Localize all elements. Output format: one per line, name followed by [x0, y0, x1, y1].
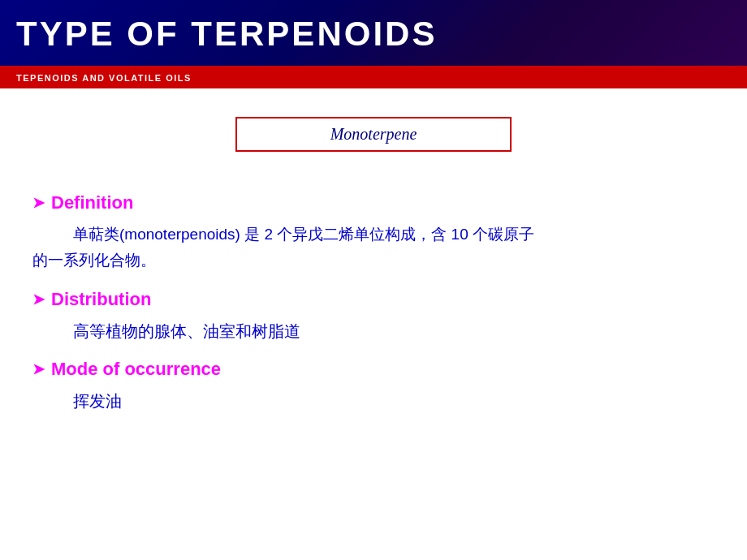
definition-heading: ➤ Definition [32, 192, 715, 213]
definition-title: Definition [51, 192, 133, 213]
monoterpene-wrapper: Monoterpene [32, 105, 715, 172]
content-area: Monoterpene ➤ Definition 单萜类(monoterpeno… [0, 88, 747, 445]
definition-content-line2: 的一系列化合物。 [32, 248, 715, 274]
distribution-arrow-icon: ➤ [32, 291, 45, 308]
slide: TYPE OF TERPENOIDS TEPENOIDS AND VOLATIL… [0, 0, 747, 560]
mode-content: 挥发油 [32, 388, 715, 414]
mode-section: ➤ Mode of occurrence 挥发油 [32, 359, 715, 414]
header-section: TYPE OF TERPENOIDS [0, 0, 747, 66]
mode-heading: ➤ Mode of occurrence [32, 359, 715, 380]
distribution-title: Distribution [51, 289, 151, 310]
definition-arrow-icon: ➤ [32, 194, 45, 212]
monoterpene-box: Monoterpene [235, 117, 512, 152]
distribution-content: 高等植物的腺体、油室和树脂道 [32, 318, 715, 344]
mode-arrow-icon: ➤ [32, 360, 45, 378]
definition-content-line1: 单萜类(monoterpenoids) 是 2 个异戊二烯单位构成，含 10 个… [32, 222, 715, 248]
subtitle-text: TEPENOIDS AND VOLATILE OILS [16, 73, 192, 83]
monoterpene-label: Monoterpene [330, 125, 417, 144]
definition-section: ➤ Definition 单萜类(monoterpenoids) 是 2 个异戊… [32, 192, 715, 274]
mode-title: Mode of occurrence [51, 359, 221, 380]
distribution-section: ➤ Distribution 高等植物的腺体、油室和树脂道 [32, 289, 715, 344]
subtitle-bar: TEPENOIDS AND VOLATILE OILS [0, 66, 747, 88]
slide-title: TYPE OF TERPENOIDS [16, 15, 731, 54]
distribution-heading: ➤ Distribution [32, 289, 715, 310]
